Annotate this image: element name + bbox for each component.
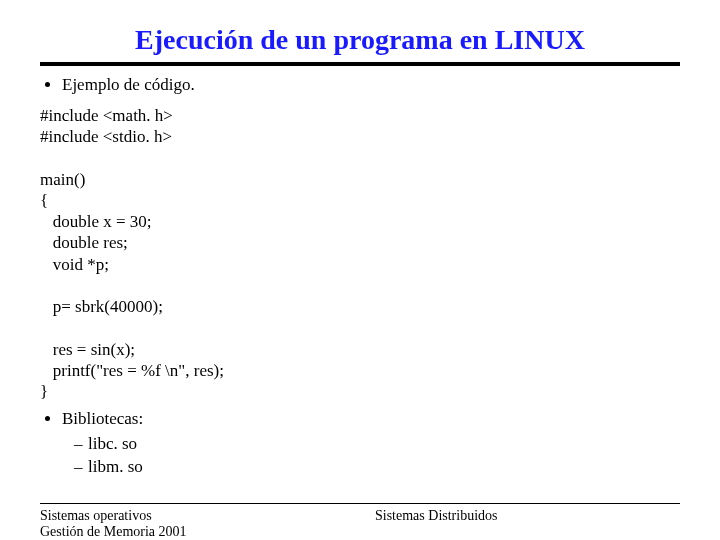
- bullet-list: Ejemplo de código.: [40, 74, 680, 97]
- footer-line1: Sistemas operativos: [40, 508, 345, 524]
- bullet-item: Ejemplo de código.: [62, 74, 680, 97]
- code-block: #include <math. h> #include <stdio. h> m…: [40, 105, 680, 403]
- footer: Sistemas operativos Gestión de Memoria 2…: [40, 503, 680, 540]
- title-rule: [40, 62, 680, 66]
- libraries-sublist: libc. so libm. so: [62, 433, 680, 479]
- footer-line2: Gestión de Memoria 2001: [40, 524, 345, 540]
- footer-left: Sistemas operativos Gestión de Memoria 2…: [40, 508, 345, 540]
- library-entry: libm. so: [88, 456, 680, 479]
- libraries-list: Bibliotecas: libc. so libm. so: [40, 408, 680, 479]
- footer-right: Sistemas Distribuidos: [345, 508, 680, 540]
- slide: Ejecución de un programa en LINUX Ejempl…: [0, 0, 720, 540]
- libraries-item: Bibliotecas: libc. so libm. so: [62, 408, 680, 479]
- page-title: Ejecución de un programa en LINUX: [40, 24, 680, 56]
- content-area: Ejemplo de código. #include <math. h> #i…: [40, 74, 680, 497]
- footer-right-text: Sistemas Distribuidos: [375, 508, 680, 524]
- library-entry: libc. so: [88, 433, 680, 456]
- libraries-label: Bibliotecas:: [62, 409, 143, 428]
